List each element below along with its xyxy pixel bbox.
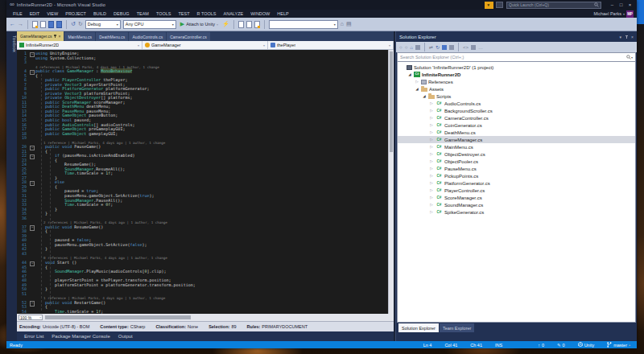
home-icon[interactable]: ⌂ <box>410 44 413 51</box>
expander-icon[interactable]: ◢ <box>415 87 419 91</box>
expander-icon[interactable]: ▷ <box>429 138 434 142</box>
menu-window[interactable]: WINDOW <box>247 10 273 18</box>
tab-audiocontrols-cs[interactable]: AudioControls.cs <box>129 32 166 41</box>
menu-project[interactable]: PROJECT <box>62 10 89 18</box>
expander-icon[interactable]: ▷ <box>429 101 434 105</box>
tree-item-coingenerator-cs[interactable]: ▷C#CoinGenerator.cs <box>398 121 635 129</box>
tree-item-objectdestroyer-cs[interactable]: ▷C#ObjectDestroyer.cs <box>398 150 635 158</box>
expander-icon[interactable]: ◢ <box>422 94 427 98</box>
solution-explorer-search-input[interactable]: Search Solution Explorer (Ctrl+;) ▾ <box>397 52 636 62</box>
tree-item-backgroundscroller-cs[interactable]: ▷C#BackgroundScroller.cs <box>398 107 635 114</box>
tree-item-gamemanager-cs[interactable]: ▷C#GameManager.cs <box>398 136 635 143</box>
expander-icon[interactable]: ▷ <box>429 188 434 192</box>
scrollbar-thumb[interactable] <box>45 315 191 319</box>
editor-vertical-scrollbar[interactable] <box>388 50 394 314</box>
menu-build[interactable]: BUILD <box>90 10 109 18</box>
maximize-button[interactable]: □ <box>617 1 625 10</box>
tab-gamemanager-cs[interactable]: GameManager.cs× <box>17 31 64 41</box>
notification-filter-icon[interactable] <box>485 2 493 9</box>
solution-configuration-dropdown[interactable]: Debug ▾ <box>85 20 121 29</box>
tab-deathmenu-cs[interactable]: DeathMenu.cs <box>96 32 128 41</box>
feedback-icon[interactable] <box>496 2 503 8</box>
code-editor[interactable]: 1using UnityEngine;2using System.Collect… <box>17 50 394 314</box>
panel-tab-error-list[interactable]: Error List <box>22 334 46 339</box>
tree-item-cameracontroller-cs[interactable]: ▷C#CameraController.cs <box>398 114 635 121</box>
menu-r-tools[interactable]: R TOOLS <box>194 10 220 18</box>
properties-icon[interactable] <box>471 45 476 50</box>
se-tab-solution-explorer[interactable]: Solution Explorer <box>398 323 439 332</box>
tree-item-pickuppoints-cs[interactable]: ▷C#PickupPoints.cs <box>398 172 635 179</box>
tree-item-spikegenerator-cs[interactable]: ▷C#SpikeGenerator.cs <box>398 208 635 216</box>
tree-item-platformgenerator-cs[interactable]: ▷C#PlatformGenerator.cs <box>398 179 635 187</box>
tree-item-pausemenu-cs[interactable]: ▷C#PauseMenu.cs <box>398 165 635 172</box>
se-tab-team-explorer[interactable]: Team Explorer <box>440 323 474 332</box>
tree-item-scripts[interactable]: ◢Scripts <box>398 93 635 100</box>
pin-icon[interactable] <box>53 34 56 39</box>
menu-edit[interactable]: EDIT <box>27 10 43 18</box>
menu-team[interactable]: TEAM <box>134 10 152 18</box>
solution-explorer-shortcut-icon[interactable]: ⌂ <box>341 20 344 28</box>
tab-mainmenu-cs[interactable]: MainMenu.cs <box>64 32 95 41</box>
expander-icon[interactable]: ▷ <box>429 167 434 171</box>
view-code-icon[interactable]: <> <box>463 44 469 51</box>
menu-view[interactable]: VIEW <box>43 10 61 18</box>
navigate-back-icon[interactable]: ← <box>10 20 15 28</box>
horizontal-scrollbar-track[interactable] <box>45 315 392 319</box>
save-all-icon[interactable] <box>56 21 62 28</box>
attach-to-unity-button[interactable]: ▶ Attach to Unity ▾ <box>179 20 220 29</box>
expander-icon[interactable]: ▷ <box>415 80 419 84</box>
pending-changes-filter-icon[interactable]: ⇄ <box>429 44 433 51</box>
bookmark-icon[interactable] <box>254 21 260 28</box>
menu-debug[interactable]: DEBUG <box>110 10 133 18</box>
navigate-forward-icon[interactable]: → <box>18 20 23 28</box>
git-branch[interactable]: master▴ <box>607 342 630 348</box>
redo-icon[interactable]: ↻ <box>78 20 83 28</box>
expander-icon[interactable]: ▷ <box>429 181 434 185</box>
show-all-files-icon[interactable] <box>449 45 454 50</box>
find-combo[interactable]: ▾ <box>269 20 338 29</box>
close-icon[interactable]: × <box>58 34 60 39</box>
minimize-button[interactable]: – <box>608 1 617 10</box>
open-file-icon[interactable] <box>40 21 46 28</box>
user-account-area[interactable]: Michael Parks ▾ MP <box>593 10 634 18</box>
tree-item-soundmanager-cs[interactable]: ▷C#SoundManager.cs <box>398 201 635 208</box>
editor-zoom-dropdown[interactable]: 100 % ▾ <box>19 315 43 320</box>
expander-icon[interactable]: ◢ <box>407 72 412 76</box>
menu-tools[interactable]: TOOLS <box>153 10 175 18</box>
expander-icon[interactable]: ▷ <box>429 203 434 207</box>
solution-platform-dropdown[interactable]: Any CPU ▾ <box>123 20 176 29</box>
tree-item-references[interactable]: ▷References <box>398 78 635 85</box>
tree-item-mainmenu-cs[interactable]: ▷C#MainMenu.cs <box>398 143 635 150</box>
chevron-down-icon[interactable]: ▾ <box>620 35 622 39</box>
properties-shortcut-icon[interactable]: ▤ <box>346 20 352 28</box>
refresh-icon[interactable]: ↻ <box>436 44 440 51</box>
menu-test[interactable]: TEST <box>175 10 192 18</box>
close-icon[interactable]: × <box>631 35 634 39</box>
tree-item-solution-infiniterunner2d-1-project[interactable]: Solution 'InfiniteRunner2D' (1 project) <box>398 64 635 71</box>
expander-icon[interactable]: ▷ <box>429 123 434 127</box>
panel-tab-package-manager-console[interactable]: Package Manager Console <box>49 334 112 339</box>
tree-item-scoremanager-cs[interactable]: ▷C#ScoreManager.cs <box>398 194 635 201</box>
member-dropdown[interactable]: thePlayer ▾ <box>268 41 394 49</box>
expander-icon[interactable]: ▷ <box>429 152 434 156</box>
forward-icon[interactable]: ○ <box>405 44 408 51</box>
menu-file[interactable]: FILE <box>10 10 26 18</box>
tree-item-assets[interactable]: ◢Assets <box>398 85 635 93</box>
toolbox-dock-tab[interactable]: Toolbox <box>6 34 17 52</box>
expander-icon[interactable]: ▷ <box>429 116 434 120</box>
expander-icon[interactable]: ▷ <box>429 130 434 134</box>
switch-views-icon[interactable] <box>415 45 420 50</box>
expander-icon[interactable]: ▷ <box>429 196 434 200</box>
menu-help[interactable]: HELP <box>274 10 291 18</box>
tab-cameracontroller-cs[interactable]: CameraController.cs <box>167 32 210 41</box>
type-dropdown[interactable]: GameManager ▾ <box>142 41 268 49</box>
expander-icon[interactable]: ▷ <box>429 109 434 113</box>
expander-icon[interactable]: ▷ <box>429 159 434 163</box>
close-button[interactable]: × <box>625 1 634 10</box>
hot-reload-icon[interactable]: ⚡ <box>222 20 229 28</box>
menu-analyze[interactable]: ANALYZE <box>221 10 247 18</box>
tree-item-audiocontrols-cs[interactable]: ▷C#AudioControls.cs <box>398 100 635 107</box>
tree-item-objectpooler-cs[interactable]: ▷C#ObjectPooler.cs <box>398 158 635 165</box>
unity-connection[interactable]: Unity <box>578 342 595 348</box>
quick-launch-input[interactable]: Quick Launch (Ctrl+Q) <box>506 2 601 9</box>
